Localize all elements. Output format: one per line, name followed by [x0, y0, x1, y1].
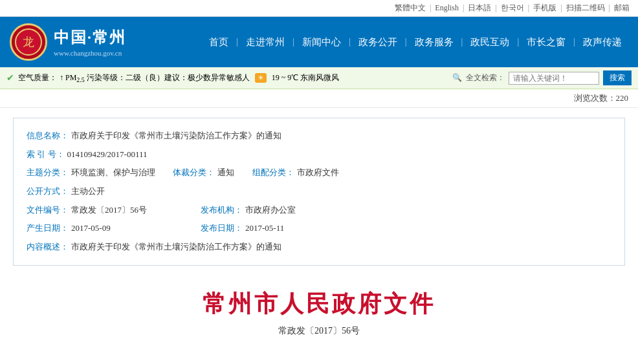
value-publisher: 市政府办公室 — [245, 202, 296, 219]
info-row-file: 文件编号： 常政发〔2017〕56号 发布机构： 市政府办公室 — [27, 202, 611, 219]
info-right: 🔍 全文检索： 搜索 — [452, 70, 632, 85]
label-publisher: 发布机构： — [201, 202, 243, 219]
air-quality-icon: ✔ — [6, 72, 14, 83]
doc-number: 常政发〔2017〕56号 — [0, 325, 638, 337]
info-row-dates: 产生日期： 2017-05-09 发布日期： 2017-05-11 — [27, 220, 611, 237]
value-file-num: 常政发〔2017〕56号 — [71, 202, 188, 219]
nav-gov-open[interactable]: 政务公开 — [352, 36, 404, 48]
doc-title-main: 常州市人民政府文件 — [0, 288, 638, 320]
label-theme: 主题分类： — [27, 165, 69, 181]
value-theme: 环境监测、保护与治理 — [71, 165, 155, 181]
nav-news[interactable]: 新闻中心 — [296, 36, 347, 48]
label-gen-date: 产生日期： — [27, 220, 69, 237]
nav-home[interactable]: 首页 — [203, 36, 235, 48]
label-file-num: 文件编号： — [27, 202, 69, 219]
main-nav: 首页 | 走进常州 | 新闻中心 | 政务公开 | 政务服务 | 政民互动 | … — [136, 36, 638, 48]
search-label: 全文检索： — [466, 72, 505, 83]
doc-title-section: 常州市人民政府文件 常政发〔2017〕56号 — [0, 275, 638, 343]
top-link-email[interactable]: 邮箱 — [614, 3, 630, 14]
label-name: 信息名称： — [27, 128, 69, 144]
search-button[interactable]: 搜索 — [603, 70, 632, 85]
info-row-name: 信息名称： 市政府关于印发《常州市土壤污染防治工作方案》的通知 — [27, 128, 611, 144]
label-summary: 内容概述： — [27, 239, 69, 255]
label-org: 组配分类： — [252, 165, 294, 181]
logo-title: 中国·常州 — [54, 27, 126, 48]
nav-about[interactable]: 走进常州 — [239, 36, 291, 48]
header: 龙 中国·常州 www.changzhou.gov.cn 首页 | 走进常州 |… — [0, 17, 638, 67]
label-opentype: 公开方式： — [27, 184, 69, 200]
logo-subtitle: www.changzhou.gov.cn — [54, 49, 126, 57]
air-quality-label: 空气质量： — [18, 72, 57, 83]
top-link-fanti[interactable]: 繁體中文 — [395, 3, 426, 14]
top-link-mobile[interactable]: 手机版 — [533, 3, 556, 14]
nav-mayor[interactable]: 市长之窗 — [520, 36, 572, 48]
nav-gov-service[interactable]: 政务服务 — [408, 36, 460, 48]
value-pub-date: 2017-05-11 — [245, 220, 284, 237]
value-name: 市政府关于印发《常州市土壤污染防治工作方案》的通知 — [71, 128, 281, 144]
top-link-korean[interactable]: 한국어 — [501, 3, 524, 14]
top-link-english[interactable]: English — [435, 3, 459, 13]
value-gen-date: 2017-05-09 — [71, 220, 188, 237]
view-count: 浏览次数：220 — [574, 93, 629, 103]
value-org: 市政府文件 — [297, 165, 339, 181]
value-summary: 市政府关于印发《常州市土壤污染防治工作方案》的通知 — [71, 239, 281, 255]
weather-icon: ☀ — [255, 73, 267, 83]
search-icon: 🔍 — [452, 73, 462, 83]
logo-text: 中国·常州 www.changzhou.gov.cn — [54, 27, 126, 57]
view-count-bar: 浏览次数：220 — [0, 89, 638, 108]
nav-interaction[interactable]: 政民互动 — [464, 36, 516, 48]
search-input[interactable] — [509, 72, 599, 85]
nav-voice[interactable]: 政声传递 — [577, 36, 628, 48]
logo-icon: 龙 — [10, 23, 47, 61]
top-bar: 繁體中文 | English | 日本語 | 한국어 | 手机版 | 扫描二维码… — [0, 0, 638, 17]
label-body: 体裁分类： — [173, 165, 215, 181]
air-quality-value: ↑ PM2.5 污染等级：二级（良）建议：极少数异常敏感人 — [60, 72, 250, 83]
label-pub-date: 发布日期： — [201, 220, 243, 237]
info-row-index: 索 引 号： 014109429/2017-00111 — [27, 147, 611, 163]
info-row-category: 主题分类： 环境监测、保护与治理 体裁分类： 通知 组配分类： 市政府文件 — [27, 165, 611, 181]
top-link-japanese[interactable]: 日本語 — [468, 3, 491, 14]
value-body: 通知 — [217, 165, 234, 181]
info-row-summary: 内容概述： 市政府关于印发《常州市土壤污染防治工作方案》的通知 — [27, 239, 611, 255]
info-card: 信息名称： 市政府关于印发《常州市土壤污染防治工作方案》的通知 索 引 号： 0… — [13, 118, 625, 266]
info-bar: ✔ 空气质量： ↑ PM2.5 污染等级：二级（良）建议：极少数异常敏感人 ☀ … — [0, 67, 638, 89]
svg-text:龙: 龙 — [23, 36, 34, 48]
top-link-qr[interactable]: 扫描二维码 — [566, 3, 605, 14]
info-row-opentype: 公开方式： 主动公开 — [27, 184, 611, 200]
value-index: 014109429/2017-00111 — [67, 147, 148, 163]
logo-area[interactable]: 龙 中国·常州 www.changzhou.gov.cn — [0, 21, 136, 63]
value-opentype: 主动公开 — [71, 184, 105, 200]
info-left: ✔ 空气质量： ↑ PM2.5 污染等级：二级（良）建议：极少数异常敏感人 ☀ … — [6, 72, 339, 83]
weather-value: 19 ~ 9℃ 东南风微风 — [272, 72, 340, 83]
label-index: 索 引 号： — [27, 147, 65, 163]
